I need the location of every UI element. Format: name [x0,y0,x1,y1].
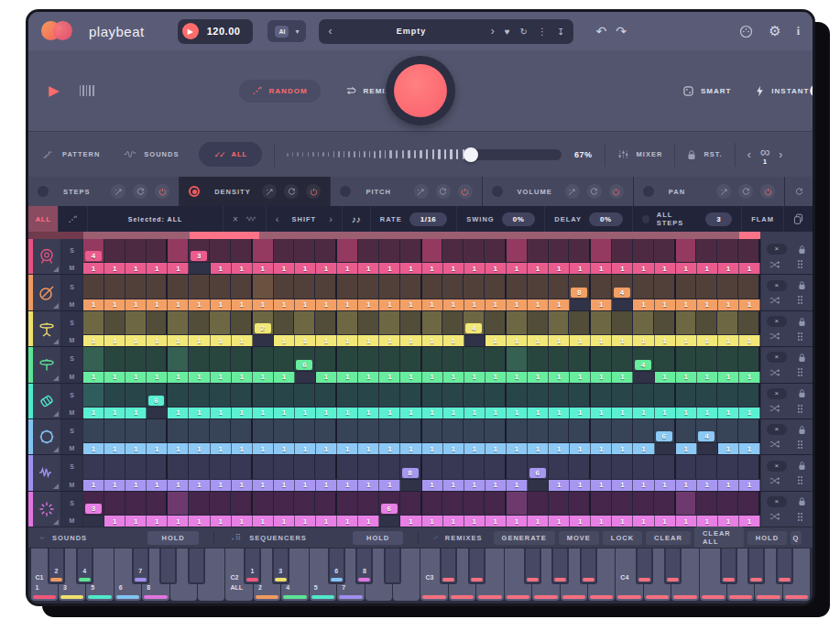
lock-icon[interactable] [797,425,807,435]
mute-cell[interactable]: 1 [633,335,654,346]
mute-cell[interactable]: 1 [379,480,400,491]
mute-cell[interactable]: 1 [168,335,189,346]
mute-cell[interactable]: 1 [422,299,443,310]
step-cell[interactable] [507,419,528,442]
lock-icon[interactable] [797,280,807,290]
favorite-heart-icon[interactable]: ♥ [505,27,510,37]
step-cell[interactable] [168,311,189,334]
step-cell[interactable] [633,311,654,334]
step-cell[interactable] [717,419,738,442]
step-cell[interactable] [104,239,125,262]
step-cell[interactable] [358,311,379,334]
mute-cell[interactable]: 1 [633,516,654,527]
note-value-button[interactable]: ♪♪ [343,206,371,232]
mute-cell[interactable]: 1 [718,407,739,418]
copy-button[interactable] [784,206,813,232]
step-cell[interactable] [507,384,528,407]
step-cell[interactable] [485,311,507,334]
step-cell[interactable] [442,384,464,407]
mute-cell[interactable]: 1 [507,299,528,310]
step-cell[interactable] [612,311,633,334]
black-key[interactable]: 3 [272,549,289,584]
step-cell[interactable] [358,492,379,515]
mute-cell[interactable]: 1 [379,335,400,346]
mute-cell[interactable]: 1 [612,443,633,454]
step-cell[interactable]: 6 [294,347,315,370]
step-cell[interactable] [528,492,549,515]
mute-cell[interactable]: 1 [253,263,274,274]
mute-cell[interactable]: 1 [253,443,274,454]
loop-prev-button[interactable]: ‹ [747,148,751,161]
smart-button[interactable]: SMART [682,85,731,97]
mute-cell[interactable]: 1 [125,372,147,383]
q-button[interactable]: Q [791,531,802,545]
all-steps-control[interactable]: ALL STEPS 3 [633,206,743,232]
mute-cell[interactable]: 1 [612,407,633,418]
step-cell[interactable] [231,455,253,478]
step-cell[interactable] [315,492,337,515]
step-cell[interactable] [464,347,485,370]
black-key[interactable]: 7 [132,549,149,584]
mute-cell[interactable]: 1 [676,516,697,527]
step-cell[interactable] [125,492,147,515]
mute-cell[interactable]: 1 [211,299,232,310]
info-icon[interactable]: i [797,25,800,38]
mute-cell[interactable]: 1 [379,372,400,383]
step-cell[interactable] [528,419,549,442]
pattern-position-bar[interactable] [28,232,813,239]
drag-grip-icon[interactable] [796,512,804,522]
mute-cell[interactable]: 1 [232,372,253,383]
mute-cell[interactable]: 1 [125,516,147,527]
step-cell[interactable] [696,455,717,478]
step-cell[interactable] [358,239,379,262]
mute-cell[interactable]: 1 [570,335,591,346]
step-cell[interactable] [549,455,570,478]
drag-grip-icon[interactable] [796,440,804,450]
mute-cell[interactable]: 1 [655,299,676,310]
mute-cell[interactable]: 1 [337,443,358,454]
mute-cell[interactable]: 1 [104,407,125,418]
mute-cell[interactable]: 1 [125,407,147,418]
mute-cell[interactable]: 1 [274,407,295,418]
mute-cell[interactable]: 1 [485,335,507,346]
mute-cell[interactable]: 1 [676,372,697,383]
step-cell[interactable] [400,311,422,334]
mute-cell[interactable]: 1 [485,263,507,274]
step-cell[interactable] [654,492,676,515]
tab-randomize-icon[interactable] [262,184,277,199]
flam-button[interactable]: FLAM [742,206,784,232]
mute-cell[interactable]: 1 [464,299,485,310]
mute-cell[interactable]: 1 [422,480,443,491]
mute-cell[interactable]: 1 [104,516,125,527]
mute-cell[interactable]: 1 [104,480,125,491]
step-cell[interactable] [83,347,104,370]
sounds-toggle[interactable]: SOUNDS [124,149,179,159]
mute-cell[interactable]: 1 [591,335,612,346]
tab-randomize-icon[interactable] [111,184,125,199]
step-cell[interactable] [485,275,507,298]
mute-cell[interactable]: 1 [591,516,612,527]
step-cell[interactable] [231,239,253,262]
mute-cell[interactable]: 1 [168,516,189,527]
track-shuffle-icon[interactable] [769,512,780,521]
mute-cell[interactable]: 1 [464,516,485,527]
tab-volume[interactable]: VOLUME [483,177,633,206]
mute-row-label[interactable]: M [61,479,82,491]
drag-grip-icon[interactable] [796,367,804,377]
tab-radio[interactable] [189,186,200,197]
mute-cell[interactable]: 1 [443,372,464,383]
mute-cell[interactable]: 1 [253,407,274,418]
step-cell[interactable] [83,311,104,334]
step-cell[interactable] [210,275,231,298]
black-key[interactable] [524,549,541,584]
mute-cell[interactable]: 1 [147,516,168,527]
step-cell[interactable] [168,347,189,370]
step-cell[interactable] [738,239,760,262]
step-cell[interactable] [294,311,315,334]
mute-cell[interactable]: 1 [443,263,464,274]
clear-wave-button[interactable]: × [224,206,267,232]
mute-cell[interactable]: 1 [697,335,718,346]
track-clear-button[interactable]: × [767,388,787,399]
step-cell[interactable] [549,384,570,407]
tab-randomize-icon[interactable] [716,184,731,199]
